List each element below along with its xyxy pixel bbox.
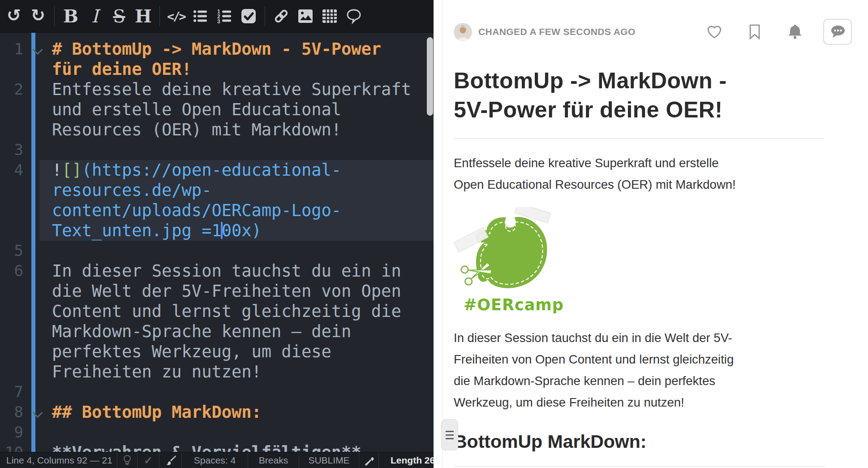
app-window: ↺↻BISH</>123 1# BottomUp -> MarkDown - 5… [0,0,868,468]
editor-visual-row[interactable]: die Welt der 5V-Freiheiten von Open [0,281,434,301]
code-text: content/uploads/OERCamp-Logo- [48,200,434,221]
line-number [0,342,23,362]
line-number: 3 [0,140,23,160]
heading-button[interactable]: H [131,4,155,29]
heading2-rule [454,466,825,467]
code-text: für deine OER! [48,59,434,79]
code-icon: </> [167,10,185,22]
redo-icon: ↻ [31,7,45,24]
code-text: Text_unten.jpg =100x) [48,221,434,241]
bell-icon[interactable] [786,23,804,40]
fold-spacer [23,281,48,301]
line-number: 5 [0,241,23,261]
editor-visual-row[interactable]: 5 [0,241,434,261]
svg-text:3: 3 [217,18,220,24]
brush-icon[interactable] [159,452,182,468]
editor-scrollbar-thumb[interactable] [427,37,433,116]
bookmark-icon[interactable] [748,24,761,40]
editor-visual-row[interactable]: 6In dieser Session tauchst du ein in [0,261,434,281]
editor-visual-row[interactable]: 2Entfessele deine kreative Superkraft [0,79,434,100]
editor-visual-row[interactable]: Freiheiten zu nutzen! [0,362,434,382]
strikethrough-button[interactable]: S [107,4,131,29]
lightbulb-icon[interactable] [117,452,138,468]
comment-button[interactable] [342,4,366,29]
line-number: 9 [0,422,23,442]
editor-visual-row[interactable]: content/uploads/OERCamp-Logo- [0,200,434,221]
keymap-setting[interactable]: SUBLIME [299,452,359,468]
undo-button[interactable]: ↺ [2,4,26,29]
fold-spacer [23,382,48,402]
image-button[interactable] [293,4,318,29]
code-text: ## BottomUp MarkDown: [48,402,434,422]
cursor-position-status: Line 4, Columns 92 — 21 [0,452,117,468]
fold-chevron-icon[interactable] [23,402,48,422]
session-paragraph: In dieser Session tauchst du ein in die … [454,327,825,413]
line-number [0,100,23,120]
line-number [0,221,23,241]
wrench-icon[interactable] [359,452,379,468]
editor-visual-row[interactable]: Markdown-Sprache kennen – dein [0,321,434,342]
fold-spacer [23,100,48,120]
fold-spacer [23,221,48,241]
fold-spacer [23,120,48,140]
comment-button[interactable] [823,19,852,45]
line-number [0,321,23,342]
preview-body: BottomUp -> MarkDown - 5V-Power für dein… [454,66,868,467]
editor-visual-row[interactable]: 10**Verwahren & Vervielfältigen** [0,442,434,452]
code-text: Markdown-Sprache kennen – dein [48,321,434,342]
check-status-icon[interactable]: ✓ [138,452,159,468]
code-text: Entfessele deine kreative Superkraft [48,79,434,100]
editor-visual-row[interactable]: 9 [0,422,434,442]
editor-visual-row[interactable]: 4![](https://open-educational- [0,160,434,180]
redo-button[interactable]: ↻ [26,4,50,29]
strikethrough-icon: S [113,7,125,25]
line-number: 6 [0,261,23,281]
indent-setting[interactable]: Spaces: 4 [182,452,248,468]
link-button[interactable] [269,4,293,29]
fold-spacer [23,241,48,261]
italic-button[interactable]: I [83,4,107,29]
editor-body[interactable]: 1# BottomUp -> MarkDown - 5V-Powerfür de… [0,33,434,452]
linebreaks-setting[interactable]: Breaks [248,452,299,468]
bold-button[interactable]: B [59,4,83,29]
code-button[interactable]: </> [164,4,188,29]
line-number [0,59,23,79]
unordered-list-button[interactable] [188,4,212,29]
editor-visual-row[interactable]: 7 [0,382,434,402]
line-number: 8 [0,402,23,422]
ordered-list-button[interactable]: 123 [212,4,236,29]
editor-visual-row[interactable]: Content und lernst gleichzeitig die [0,301,434,321]
editor-visual-row[interactable]: 8## BottomUp MarkDown: [0,402,434,422]
code-text: ![](https://open-educational- [48,160,434,180]
editor-visual-row[interactable]: resources.de/wp- [0,180,434,200]
editor-visual-row[interactable]: 3 [0,140,434,160]
table-button[interactable] [318,4,342,29]
line-number [0,362,23,382]
line-number [0,281,23,301]
fold-chevron-icon[interactable] [23,39,48,59]
editor-visual-row[interactable]: und erstelle Open Educational [0,100,434,120]
code-text [48,140,434,160]
toolbar-separator [54,6,55,26]
editor-visual-row[interactable]: für deine OER! [0,59,434,79]
check-list-button[interactable] [236,4,261,29]
fold-spacer [23,200,48,221]
heart-icon[interactable] [706,24,723,40]
editor-visual-row[interactable]: Text_unten.jpg =100x) [0,221,434,241]
preview-actions [706,19,852,45]
code-text [48,241,434,261]
pane-drag-handle[interactable] [441,419,458,451]
editor-visual-row[interactable]: perfektes Werkzeug, um diese [0,342,434,362]
toolbar: ↺↻BISH</>123 [0,0,434,33]
code-text: und erstelle Open Educational [48,100,434,120]
line-number [0,301,23,321]
line-number: 10 [0,442,23,452]
editor-visual-row[interactable]: Resources (OER) mit Markdown! [0,120,434,140]
pane-divider[interactable] [434,0,443,468]
editor-visual-row[interactable]: 1# BottomUp -> MarkDown - 5V-Power [0,39,434,59]
fold-spacer [23,160,48,180]
code-text: In dieser Session tauchst du ein in [48,261,434,281]
code-text: die Welt der 5V-Freiheiten von Open [48,281,434,301]
code-lines[interactable]: 1# BottomUp -> MarkDown - 5V-Powerfür de… [0,33,434,452]
line-number [0,120,23,140]
